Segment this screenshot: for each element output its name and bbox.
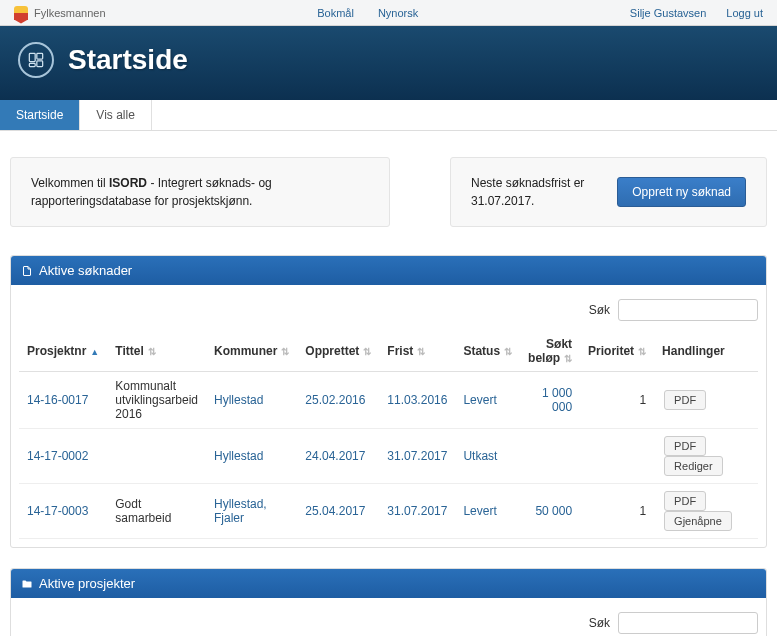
- table-row: 14-17-0002 Hyllestad 24.04.2017 31.07.20…: [19, 429, 758, 484]
- svg-rect-0: [29, 53, 35, 61]
- table-row: 14-17-0003 Godt samarbeid Hyllestad, Fja…: [19, 484, 758, 539]
- cell-belop: [520, 429, 580, 484]
- dashboard-icon: [18, 42, 54, 78]
- lang-bokmal-link[interactable]: Bokmål: [317, 7, 354, 19]
- cell-tittel: Kommunalt utviklingsarbeid 2016: [107, 372, 206, 429]
- project-link[interactable]: 14-16-0017: [27, 393, 88, 407]
- date-link[interactable]: 24.04.2017: [305, 449, 365, 463]
- topbar: Fylkesmannen Bokmål Nynorsk Silje Gustav…: [0, 0, 777, 26]
- search-input-projects[interactable]: [618, 612, 758, 634]
- date-link[interactable]: 31.07.2017: [387, 449, 447, 463]
- kommune-link[interactable]: Hyllestad: [214, 449, 263, 463]
- cell-tittel: Godt samarbeid: [107, 484, 206, 539]
- brand-text: Fylkesmannen: [34, 7, 106, 19]
- project-link[interactable]: 14-17-0002: [27, 449, 88, 463]
- col-handlinger: Handlinger: [654, 331, 758, 372]
- panel-active-projects: Aktive prosjekter Søk Prosjektnr▲ Tittel…: [10, 568, 767, 636]
- col-opprettet[interactable]: Opprettet⇅: [297, 331, 379, 372]
- tab-vis-alle[interactable]: Vis alle: [80, 100, 151, 130]
- kommune-link[interactable]: Hyllestad: [214, 393, 263, 407]
- document-icon: [21, 265, 33, 277]
- table-row: 14-16-0017 Kommunalt utviklingsarbeid 20…: [19, 372, 758, 429]
- svg-rect-2: [37, 61, 43, 67]
- cell-tittel: [107, 429, 206, 484]
- search-input-apps[interactable]: [618, 299, 758, 321]
- kommune-link[interactable]: Hyllestad, Fjaler: [214, 497, 267, 525]
- date-link[interactable]: 11.03.2016: [387, 393, 447, 407]
- col-frist[interactable]: Frist⇅: [379, 331, 455, 372]
- col-kommuner[interactable]: Kommuner⇅: [206, 331, 297, 372]
- belop-link[interactable]: 1 000 000: [542, 386, 572, 414]
- cell-prioritet: 1: [580, 484, 654, 539]
- user-link[interactable]: Silje Gustavsen: [630, 7, 706, 19]
- folder-icon: [21, 578, 33, 590]
- reopen-button[interactable]: Gjenåpne: [664, 511, 732, 531]
- panel-title-applications: Aktive søknader: [39, 263, 132, 278]
- logo-icon: [14, 6, 28, 20]
- project-link[interactable]: 14-17-0003: [27, 504, 88, 518]
- pdf-button[interactable]: PDF: [664, 491, 706, 511]
- search-label-apps: Søk: [589, 303, 610, 317]
- col-status[interactable]: Status⇅: [455, 331, 520, 372]
- belop-link[interactable]: 50 000: [535, 504, 572, 518]
- hero: Startside: [0, 26, 777, 100]
- svg-rect-1: [37, 53, 43, 59]
- edit-button[interactable]: Rediger: [664, 456, 723, 476]
- new-application-button[interactable]: Opprett ny søknad: [617, 177, 746, 207]
- cell-prioritet: [580, 429, 654, 484]
- logout-link[interactable]: Logg ut: [726, 7, 763, 19]
- col-tittel[interactable]: Tittel⇅: [107, 331, 206, 372]
- cell-prioritet: 1: [580, 372, 654, 429]
- date-link[interactable]: 25.04.2017: [305, 504, 365, 518]
- deadline-box: Neste søknadsfrist er 31.07.2017. Oppret…: [450, 157, 767, 227]
- pdf-button[interactable]: PDF: [664, 436, 706, 456]
- date-link[interactable]: 25.02.2016: [305, 393, 365, 407]
- search-label-projects: Søk: [589, 616, 610, 630]
- applications-table: Prosjektnr▲ Tittel⇅ Kommuner⇅ Opprettet⇅…: [19, 331, 758, 539]
- welcome-strong: ISORD: [109, 176, 147, 190]
- panel-title-projects: Aktive prosjekter: [39, 576, 135, 591]
- pdf-button[interactable]: PDF: [664, 390, 706, 410]
- tabs-bar: Startside Vis alle: [0, 100, 777, 131]
- col-prosjektnr[interactable]: Prosjektnr▲: [19, 331, 107, 372]
- lang-nynorsk-link[interactable]: Nynorsk: [378, 7, 418, 19]
- panel-active-applications: Aktive søknader Søk Prosjektnr▲ Tittel⇅ …: [10, 255, 767, 548]
- svg-rect-3: [29, 63, 35, 66]
- status-link[interactable]: Utkast: [463, 449, 497, 463]
- col-belop[interactable]: Søkt beløp⇅: [520, 331, 580, 372]
- deadline-text: Neste søknadsfrist er 31.07.2017.: [471, 174, 597, 210]
- page-title: Startside: [68, 44, 188, 76]
- status-link[interactable]: Levert: [463, 393, 496, 407]
- welcome-pre: Velkommen til: [31, 176, 109, 190]
- status-link[interactable]: Levert: [463, 504, 496, 518]
- welcome-box: Velkommen til ISORD - Integrert søknads-…: [10, 157, 390, 227]
- date-link[interactable]: 31.07.2017: [387, 504, 447, 518]
- col-prioritet[interactable]: Prioritet⇅: [580, 331, 654, 372]
- tab-startside[interactable]: Startside: [0, 100, 80, 130]
- content-area: Velkommen til ISORD - Integrert søknads-…: [0, 131, 777, 636]
